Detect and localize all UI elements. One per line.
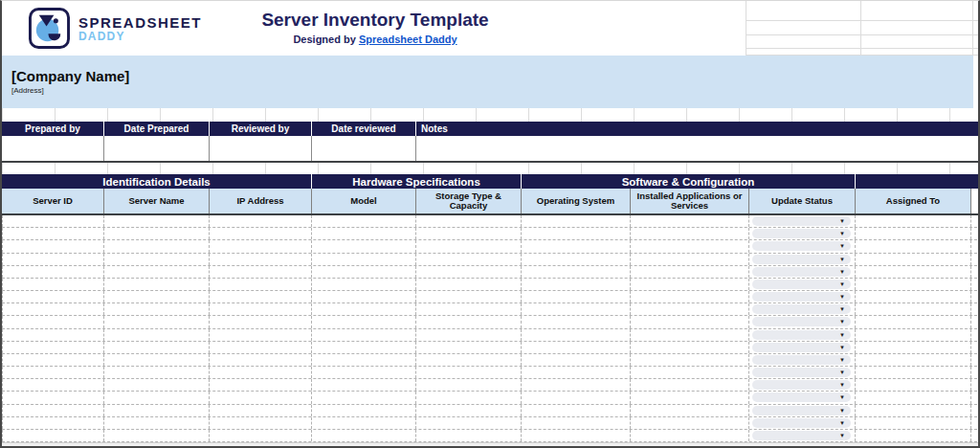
cell-server-id[interactable] (2, 215, 104, 227)
cell-storage-type-capacity[interactable] (416, 367, 522, 378)
update-status-dropdown[interactable]: ▼ (752, 255, 851, 264)
cell-ip-address[interactable] (210, 316, 312, 327)
cell-storage-type-capacity[interactable] (416, 316, 522, 327)
cell-server-id[interactable] (2, 254, 104, 265)
row-edge-cell[interactable] (971, 392, 980, 403)
cell-ip-address[interactable] (210, 379, 312, 391)
cell-operating-system[interactable] (522, 392, 631, 403)
cell-installed-applications-or-services[interactable] (631, 392, 749, 403)
cell-ip-address[interactable] (210, 329, 312, 341)
cell-server-id[interactable] (2, 392, 104, 403)
cell-installed-applications-or-services[interactable] (631, 316, 749, 327)
cell-assigned-to[interactable] (856, 215, 971, 227)
grid-cell[interactable] (860, 1, 972, 21)
cell-installed-applications-or-services[interactable] (631, 430, 749, 441)
update-status-dropdown[interactable]: ▼ (752, 355, 851, 365)
row-edge-cell[interactable] (971, 215, 980, 227)
cell-installed-applications-or-services[interactable] (631, 354, 749, 366)
cell-operating-system[interactable] (522, 430, 631, 441)
cell-assigned-to[interactable] (856, 405, 971, 416)
cell-server-name[interactable] (104, 303, 210, 315)
row-edge-cell[interactable] (971, 430, 980, 441)
cell-ip-address[interactable] (210, 240, 312, 252)
cell-model[interactable] (312, 392, 416, 403)
cell-server-id[interactable] (2, 240, 104, 252)
row-edge-cell[interactable] (971, 316, 980, 327)
cell-model[interactable] (312, 303, 416, 315)
cell-server-name[interactable] (104, 354, 210, 366)
cell-server-name[interactable] (104, 430, 210, 441)
spreadsheet-daddy-link[interactable]: Spreadsheet Daddy (359, 34, 457, 45)
cell-installed-applications-or-services[interactable] (631, 228, 749, 239)
cell-model[interactable] (312, 354, 416, 366)
update-status-dropdown[interactable]: ▼ (752, 380, 851, 390)
cell-operating-system[interactable] (522, 379, 631, 391)
cell-model[interactable] (312, 417, 416, 429)
cell-assigned-to[interactable] (856, 279, 971, 290)
update-status-dropdown[interactable]: ▼ (752, 216, 851, 226)
update-status-dropdown[interactable]: ▼ (752, 292, 851, 302)
cell-server-id[interactable] (2, 417, 104, 429)
update-status-dropdown[interactable]: ▼ (752, 431, 851, 440)
cell-installed-applications-or-services[interactable] (631, 303, 749, 315)
cell-server-id[interactable] (2, 329, 104, 341)
cell-storage-type-capacity[interactable] (416, 303, 522, 315)
update-status-dropdown[interactable]: ▼ (752, 406, 851, 415)
cell-update-status[interactable]: ▼ (749, 379, 856, 391)
meta-value-cell[interactable] (210, 136, 312, 161)
cell-server-name[interactable] (104, 405, 210, 416)
cell-server-id[interactable] (2, 367, 104, 378)
cell-operating-system[interactable] (522, 354, 631, 366)
cell-model[interactable] (312, 329, 416, 341)
cell-ip-address[interactable] (210, 354, 312, 366)
grid-cell[interactable] (860, 49, 972, 56)
cell-update-status[interactable]: ▼ (749, 303, 856, 315)
row-edge-cell[interactable] (971, 254, 980, 265)
cell-assigned-to[interactable] (856, 354, 971, 366)
cell-storage-type-capacity[interactable] (416, 215, 522, 227)
grid-cell[interactable] (860, 21, 972, 35)
company-band-cell[interactable]: [Company Name] [Address] (2, 56, 973, 108)
cell-installed-applications-or-services[interactable] (631, 254, 749, 265)
cell-model[interactable] (312, 266, 416, 278)
cell-storage-type-capacity[interactable] (416, 379, 522, 391)
cell-update-status[interactable]: ▼ (749, 279, 856, 290)
cell-operating-system[interactable] (522, 240, 631, 252)
cell-operating-system[interactable] (522, 254, 631, 265)
row-edge-cell[interactable] (971, 303, 980, 315)
cell-installed-applications-or-services[interactable] (631, 266, 749, 278)
cell-update-status[interactable]: ▼ (749, 240, 856, 252)
cell-model[interactable] (312, 342, 416, 353)
cell-server-name[interactable] (104, 342, 210, 353)
cell-installed-applications-or-services[interactable] (631, 405, 749, 416)
row-edge-cell[interactable] (971, 291, 980, 302)
cell-operating-system[interactable] (522, 266, 631, 278)
row-edge-cell[interactable] (971, 367, 980, 378)
cell-storage-type-capacity[interactable] (416, 240, 522, 252)
cell-server-id[interactable] (2, 342, 104, 353)
cell-server-id[interactable] (2, 354, 104, 366)
cell-server-id[interactable] (2, 291, 104, 302)
cell-installed-applications-or-services[interactable] (631, 342, 749, 353)
cell-update-status[interactable]: ▼ (749, 215, 856, 227)
cell-storage-type-capacity[interactable] (416, 417, 522, 429)
cell-ip-address[interactable] (210, 392, 312, 403)
meta-value-cell[interactable] (104, 136, 210, 161)
cell-update-status[interactable]: ▼ (749, 329, 856, 341)
cell-server-name[interactable] (104, 316, 210, 327)
cell-update-status[interactable]: ▼ (749, 228, 856, 239)
cell-server-id[interactable] (2, 228, 104, 239)
row-edge-cell[interactable] (971, 379, 980, 391)
cell-update-status[interactable]: ▼ (749, 342, 856, 353)
cell-ip-address[interactable] (210, 266, 312, 278)
cell-assigned-to[interactable] (856, 379, 971, 391)
cell-update-status[interactable]: ▼ (749, 254, 856, 265)
update-status-dropdown[interactable]: ▼ (752, 280, 851, 289)
row-edge-cell[interactable] (971, 417, 980, 429)
cell-storage-type-capacity[interactable] (416, 266, 522, 278)
grid-cell[interactable] (860, 35, 972, 49)
cell-model[interactable] (312, 228, 416, 239)
cell-assigned-to[interactable] (856, 254, 971, 265)
cell-assigned-to[interactable] (856, 266, 971, 278)
cell-assigned-to[interactable] (856, 291, 971, 302)
